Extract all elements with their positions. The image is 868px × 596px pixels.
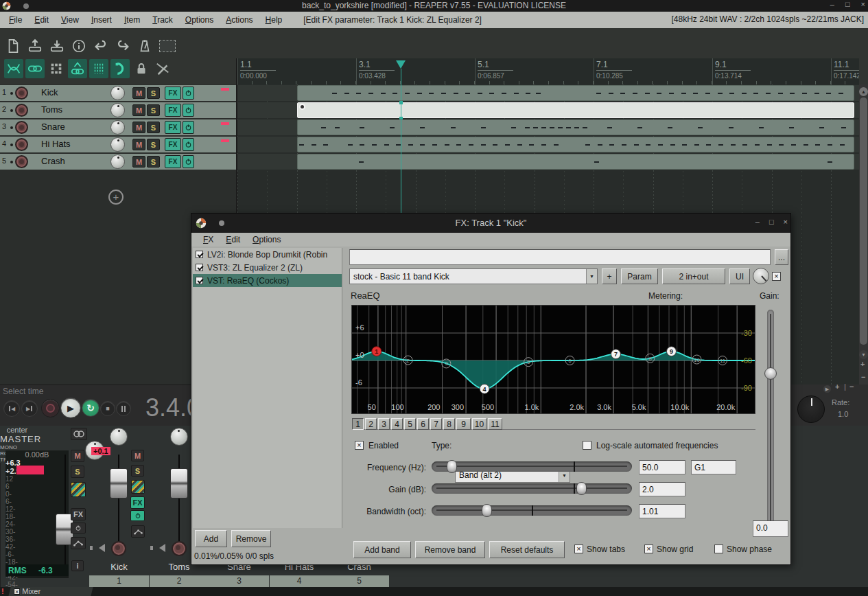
fx-button[interactable]: FX <box>165 121 181 134</box>
media-item[interactable] <box>297 137 854 152</box>
menu-options[interactable]: Options <box>185 15 213 25</box>
solo-button[interactable]: S <box>147 122 160 133</box>
hscroll-right-icon[interactable]: ▶ <box>823 385 831 393</box>
io-button[interactable]: 2 in+out <box>662 268 725 284</box>
band-tab-11[interactable]: 11 <box>488 418 502 430</box>
repeat-button[interactable]: ↻ <box>82 399 99 417</box>
mute-button[interactable]: M <box>132 104 145 116</box>
fx-comment-more-button[interactable]: ... <box>775 249 788 265</box>
band-tab-4[interactable]: 4 <box>391 418 403 430</box>
strip-tab[interactable]: 1 <box>89 575 149 587</box>
strip-fader[interactable] <box>170 468 188 498</box>
pan-knob[interactable] <box>110 154 125 169</box>
ripple-edit-icon[interactable] <box>110 59 130 78</box>
menu-item[interactable]: Item <box>124 15 140 25</box>
fx-menu-fx[interactable]: FX <box>203 235 213 244</box>
scroll-down-icon[interactable]: ▼ <box>859 350 868 359</box>
vscroll-thumb[interactable] <box>860 98 867 345</box>
fx-power-button[interactable] <box>183 121 194 134</box>
menu-view[interactable]: View <box>61 15 79 25</box>
media-item[interactable] <box>297 119 854 135</box>
ui-button[interactable]: UI <box>729 268 750 284</box>
strip-record-arm-button[interactable] <box>172 541 187 556</box>
record-arm-button[interactable] <box>15 104 28 117</box>
fx-power-button[interactable] <box>183 138 194 151</box>
track-row-kick[interactable]: 1KickMSFX <box>0 85 237 101</box>
metronome-icon[interactable] <box>136 37 154 55</box>
fx-enable-checkbox[interactable] <box>196 264 203 271</box>
fx-power-button[interactable] <box>183 87 194 100</box>
strip-fx-button[interactable]: FX <box>130 496 145 509</box>
band-tab-3[interactable]: 3 <box>378 418 390 430</box>
speaker-icon[interactable] <box>159 544 165 552</box>
fx-bypass-checkbox[interactable]: × <box>772 272 781 281</box>
master-fx-power-button[interactable] <box>71 523 86 534</box>
remove-band-button[interactable]: Remove band <box>415 541 485 558</box>
mixer-tab-checkbox[interactable]: × <box>14 588 20 595</box>
band-tab-9[interactable]: 9 <box>456 418 471 430</box>
mute-button[interactable]: M <box>132 87 145 99</box>
fx-comment-input[interactable] <box>349 249 771 265</box>
fx-close-button[interactable]: × <box>784 218 788 226</box>
media-item[interactable] <box>297 102 854 118</box>
master-fx-button[interactable]: FX <box>71 508 86 520</box>
menu-actions[interactable]: Actions <box>226 15 253 25</box>
band-tab-2[interactable]: 2 <box>365 418 377 430</box>
pan-knob[interactable] <box>110 120 125 135</box>
lock-icon[interactable] <box>132 59 151 78</box>
output-gain-handle[interactable] <box>764 367 777 380</box>
band-enabled-checkbox[interactable]: × <box>355 441 364 450</box>
play-button[interactable]: ▶ <box>60 398 81 418</box>
slider-handle[interactable] <box>482 504 492 517</box>
timeline-ruler[interactable]: 1.10:00.0003.10:03.4285.10:06.8577.10:10… <box>237 58 859 84</box>
slider-handle[interactable] <box>576 482 587 495</box>
param-button[interactable]: Param <box>621 268 658 284</box>
fx-enable-checkbox[interactable] <box>196 277 203 284</box>
param-note-value[interactable]: G1 <box>691 460 736 474</box>
wet-dry-knob[interactable] <box>753 268 769 284</box>
track-name[interactable]: Kick <box>41 87 58 98</box>
mute-button[interactable]: M <box>132 139 145 150</box>
undo-icon[interactable] <box>92 37 110 55</box>
master-gain-readout[interactable]: 0.00dB <box>5 450 69 459</box>
menu-edit[interactable]: Edit <box>34 15 49 25</box>
mute-button[interactable]: M <box>132 122 145 133</box>
strip-tab[interactable]: 3 <box>209 575 269 587</box>
fx-menu-options[interactable]: Options <box>253 235 281 244</box>
speaker-icon[interactable] <box>99 544 105 552</box>
eq-band-marker-4[interactable]: 4 <box>480 384 489 393</box>
auto-crossfade-icon[interactable] <box>4 59 23 78</box>
fx-add-button[interactable]: Add <box>195 530 227 547</box>
envelope-link-icon[interactable] <box>68 59 87 78</box>
record-arm-button[interactable] <box>15 138 28 151</box>
fx-enable-checkbox[interactable] <box>196 251 203 258</box>
record-arm-button[interactable] <box>15 155 28 168</box>
log-scale-checkbox[interactable] <box>583 441 591 450</box>
scroll-up-icon[interactable]: ▲ <box>859 87 868 96</box>
route-button[interactable] <box>71 482 86 497</box>
fx-maximize-button[interactable]: □ <box>769 218 774 226</box>
strip-solo-button[interactable]: S <box>131 465 144 477</box>
vzoom-in-icon[interactable]: + <box>860 360 865 368</box>
redo-icon[interactable] <box>114 37 132 55</box>
go-to-end-button[interactable]: ▶ <box>21 400 38 417</box>
eq-band-marker-1[interactable]: 1 <box>372 347 382 356</box>
fx-minimize-button[interactable]: – <box>755 218 760 226</box>
pencil-slash-icon[interactable] <box>153 59 172 78</box>
strip-fader[interactable] <box>110 468 128 498</box>
playhead-marker[interactable] <box>396 60 406 69</box>
fx-chain-item[interactable]: VST3: ZL Equalizer 2 (ZL) <box>193 261 342 274</box>
fx-power-button[interactable] <box>183 155 194 168</box>
strip-record-arm-button[interactable] <box>111 541 126 556</box>
mixer-tab-label[interactable]: Mixer <box>22 587 40 595</box>
track-name[interactable]: Hi Hats <box>41 139 71 149</box>
strip-envelope-button[interactable] <box>131 525 145 538</box>
band-tab-10[interactable]: 10 <box>472 418 486 430</box>
track-name[interactable]: Crash <box>41 156 65 166</box>
minimize-button[interactable]: – <box>830 0 834 8</box>
output-gain-slider[interactable] <box>767 310 774 536</box>
solo-button[interactable]: S <box>147 87 160 99</box>
new-project-icon[interactable] <box>4 37 22 55</box>
maximize-button[interactable]: □ <box>845 0 850 8</box>
param-slider[interactable] <box>432 483 632 494</box>
